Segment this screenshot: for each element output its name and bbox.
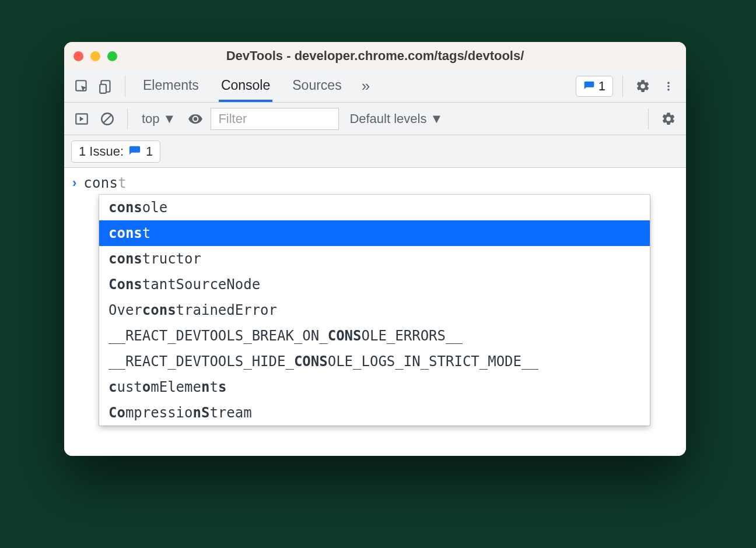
autocomplete-item[interactable]: ConstantSourceNode <box>99 272 650 297</box>
kebab-menu-icon[interactable] <box>658 76 679 97</box>
window-controls <box>74 51 117 61</box>
close-window-button[interactable] <box>74 51 83 61</box>
context-selector[interactable]: top ▼ <box>137 109 180 129</box>
chevron-down-icon: ▼ <box>163 111 176 127</box>
issues-count: 1 <box>598 79 606 94</box>
issues-pill[interactable]: 1 Issue: 1 <box>71 140 160 163</box>
autocomplete-item[interactable]: __REACT_DEVTOOLS_HIDE_CONSOLE_LOGS_IN_ST… <box>99 349 650 374</box>
svg-point-3 <box>667 82 670 84</box>
zoom-window-button[interactable] <box>107 51 117 61</box>
clear-console-icon[interactable] <box>97 108 118 129</box>
tab-console[interactable]: Console <box>219 71 272 102</box>
autocomplete-item[interactable]: CompressionStream <box>99 400 650 426</box>
tab-sources[interactable]: Sources <box>290 71 344 102</box>
separator <box>127 108 128 129</box>
prompt-caret-icon: › <box>72 175 76 191</box>
console-input[interactable]: const <box>83 175 127 191</box>
inspect-element-icon[interactable] <box>71 76 92 97</box>
svg-point-5 <box>667 89 670 91</box>
autocomplete-item[interactable]: __REACT_DEVTOOLS_BREAK_ON_CONSOLE_ERRORS… <box>99 323 650 349</box>
toggle-sidebar-icon[interactable] <box>71 108 92 129</box>
issues-label: 1 Issue: <box>79 144 124 159</box>
panel-tabs: Elements Console Sources <box>141 71 344 102</box>
svg-line-8 <box>104 115 111 122</box>
window-title: DevTools - developer.chrome.com/tags/dev… <box>64 48 686 64</box>
autocomplete-popup: consoleconstconstructorConstantSourceNod… <box>99 195 650 426</box>
issues-row: 1 Issue: 1 <box>64 135 686 168</box>
tab-elements[interactable]: Elements <box>141 71 201 102</box>
device-toolbar-icon[interactable] <box>96 76 117 97</box>
console-body: › const consoleconstconstructorConstantS… <box>64 168 686 456</box>
minimize-window-button[interactable] <box>90 51 100 61</box>
console-prompt-row[interactable]: › const <box>64 168 686 194</box>
levels-label: Default levels <box>349 111 426 127</box>
separator <box>622 76 623 97</box>
autocomplete-item[interactable]: const <box>99 220 650 246</box>
typed-text: cons <box>83 175 118 191</box>
autocomplete-item[interactable]: customElements <box>99 374 650 400</box>
console-settings-icon[interactable] <box>658 108 679 129</box>
settings-icon[interactable] <box>632 76 653 97</box>
svg-point-4 <box>667 85 670 87</box>
feedback-icon <box>583 80 595 92</box>
titlebar: DevTools - developer.chrome.com/tags/dev… <box>64 42 686 70</box>
autocomplete-item[interactable]: constructor <box>99 246 650 272</box>
autocomplete-item[interactable]: console <box>99 195 650 220</box>
issues-badge[interactable]: 1 <box>576 76 613 97</box>
context-label: top <box>142 111 160 127</box>
log-levels-selector[interactable]: Default levels ▼ <box>349 111 443 127</box>
main-toolbar: Elements Console Sources » 1 <box>64 70 686 103</box>
chevron-down-icon: ▼ <box>430 111 443 127</box>
more-tabs-icon[interactable]: » <box>362 77 370 95</box>
separator <box>125 76 125 97</box>
svg-rect-0 <box>76 80 86 90</box>
ghost-text: t <box>118 175 127 191</box>
devtools-window: DevTools - developer.chrome.com/tags/dev… <box>64 42 686 456</box>
filter-input[interactable] <box>211 108 339 130</box>
separator <box>648 108 649 129</box>
console-toolbar: top ▼ Default levels ▼ <box>64 103 686 135</box>
autocomplete-item[interactable]: OverconstrainedError <box>99 297 650 323</box>
svg-rect-2 <box>100 84 106 93</box>
live-expression-icon[interactable] <box>185 108 206 129</box>
issues-pill-count: 1 <box>146 144 153 159</box>
feedback-icon <box>128 145 141 158</box>
